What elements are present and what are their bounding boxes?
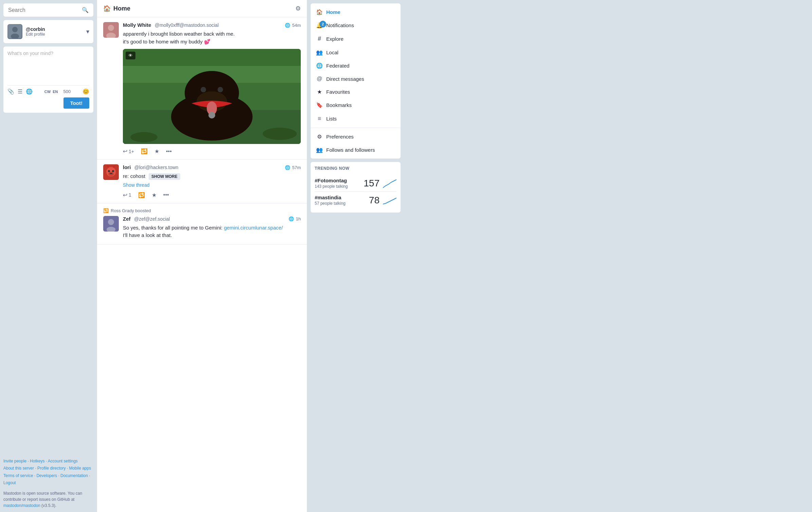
nav-item-favourites[interactable]: ★ Favourites <box>311 85 401 98</box>
nav-item-dm[interactable]: @ Direct messages <box>311 72 401 85</box>
developers-link[interactable]: Developers <box>36 473 57 478</box>
profile-directory-link[interactable]: Profile directory <box>37 466 66 471</box>
feed-header: 🏠 Home ⚙ <box>97 0 307 17</box>
nav-item-local[interactable]: 👥 Local <box>311 46 401 59</box>
post-time: 54m <box>292 23 301 28</box>
federated-nav-icon: 🌐 <box>316 62 323 69</box>
avatar-image <box>7 24 22 39</box>
reply-icon-lori: ↩ <box>123 192 127 198</box>
profile-dropdown-chevron[interactable]: ▾ <box>86 28 89 35</box>
reply-count: 1+ <box>129 149 134 154</box>
trending-tag-2: #mastindia <box>315 195 366 200</box>
svg-point-1 <box>12 27 18 32</box>
boost-action[interactable]: 🔁 <box>141 148 148 154</box>
terms-link[interactable]: Terms of service <box>3 473 33 478</box>
nav-section-main: 🏠 Home 🔔 2 Notifications # Explore 👥 Loc… <box>311 3 401 159</box>
nav-item-lists[interactable]: ≡ Lists <box>311 112 401 126</box>
hotkeys-link[interactable]: Hotkeys <box>30 459 44 463</box>
svg-point-23 <box>112 170 114 172</box>
nav-item-explore[interactable]: # Explore <box>311 32 401 46</box>
attach-icon[interactable]: 📎 <box>7 88 14 95</box>
post-handle: @molly0xfff@mastodon.social <box>155 22 219 28</box>
toot-button-wrapper: Toot! <box>7 97 89 109</box>
compose-textarea[interactable] <box>7 51 89 81</box>
post-header: Molly White @molly0xfff@mastodon.social … <box>103 22 301 154</box>
post-text-zef2: I'll have a look at that. <box>123 232 172 238</box>
fav-action[interactable]: ★ <box>154 148 159 154</box>
search-box[interactable]: 🔍 <box>3 3 93 17</box>
emoji-icon[interactable]: 😊 <box>82 88 89 95</box>
post-author-info: Molly White @molly0xfff@mastodon.social <box>123 22 219 28</box>
bookmarks-nav-icon: 🔖 <box>316 102 323 108</box>
post-author-name-zef: Zef <box>123 216 131 222</box>
nav-item-follows[interactable]: 👥 Follows and followers <box>311 143 401 157</box>
reply-action-lori[interactable]: ↩ 1 <box>123 192 131 198</box>
github-link[interactable]: mastodon/mastodon <box>3 503 40 508</box>
nav-item-federated[interactable]: 🌐 Federated <box>311 59 401 72</box>
logout-link[interactable]: Logout <box>3 480 16 485</box>
profile-section: @corbin Edit profile ▾ <box>3 20 93 43</box>
en-badge[interactable]: EN <box>53 90 58 94</box>
compose-badges: CW EN <box>44 90 58 94</box>
post-avatar-zef[interactable] <box>103 216 119 232</box>
post-avatar-molly[interactable] <box>103 22 119 38</box>
account-settings-link[interactable]: Account settings <box>48 459 78 463</box>
globe-zef-icon: 🌐 <box>289 216 294 221</box>
nav-item-notifications[interactable]: 🔔 2 Notifications <box>311 19 401 32</box>
globe-icon[interactable]: 🌐 <box>26 88 33 95</box>
post-author-line-zef: Zef @zef@zef.social 🌐 1h <box>123 216 301 222</box>
svg-point-27 <box>110 173 111 174</box>
post-avatar-lori[interactable] <box>103 164 119 180</box>
fav-action-lori[interactable]: ★ <box>152 192 156 198</box>
boost-action-lori[interactable]: 🔁 <box>138 192 145 198</box>
footer-links: Invite people · Hotkeys · Account settin… <box>3 458 93 487</box>
sensitive-overlay[interactable]: 👁 <box>126 52 135 59</box>
post-header-zef: Zef @zef@zef.social 🌐 1h So yes, thanks … <box>103 216 301 239</box>
cw-badge[interactable]: CW <box>44 90 51 94</box>
reply-action[interactable]: ↩ 1+ <box>123 148 134 154</box>
show-more-button[interactable]: SHOW MORE <box>149 173 180 180</box>
about-server-link[interactable]: About this server <box>3 466 34 471</box>
nav-item-preferences[interactable]: ⚙ Preferences <box>311 130 401 143</box>
formatting-icon[interactable]: ☰ <box>18 88 22 95</box>
toot-button[interactable]: Toot! <box>63 97 89 109</box>
version-text: (v3.5.3). <box>41 503 56 508</box>
post-author-line-lori: lori @lori@hackers.town 🌐 57m <box>123 164 301 170</box>
mobile-apps-link[interactable]: Mobile apps <box>69 466 91 471</box>
compose-box: 📎 ☰ 🌐 CW EN 500 😊 Toot! <box>3 47 93 113</box>
gemini-link[interactable]: gemini.circumlunar.space/ <box>224 225 283 231</box>
invite-people-link[interactable]: Invite people <box>3 459 26 463</box>
boost-notice-icon: 🔁 <box>103 208 109 213</box>
svg-point-18 <box>130 132 158 142</box>
explore-nav-icon: # <box>316 35 323 42</box>
more-action-lori[interactable]: ••• <box>163 192 169 198</box>
nav-item-home[interactable]: 🏠 Home <box>311 5 401 19</box>
trending-item-mastindia[interactable]: #mastindia 57 people talking 78 <box>315 192 396 208</box>
main-feed: 🏠 Home ⚙ Molly White @molly0xfff@mastodo… <box>97 0 307 512</box>
post-author-line: Molly White @molly0xfff@mastodon.social … <box>123 22 301 28</box>
post-zef: 🔁 Ross Grady boosted Zef @zef@zef.social <box>97 203 307 244</box>
boost-icon: 🔁 <box>141 148 148 154</box>
more-action[interactable]: ••• <box>166 148 172 154</box>
profile-edit-label[interactable]: Edit profile <box>26 32 45 37</box>
trending-item-fotomontag[interactable]: #Fotomontag 143 people talking 157 <box>315 175 396 192</box>
footer-text: Mastodon is open source software. You ca… <box>3 490 93 509</box>
search-input[interactable] <box>8 7 82 13</box>
trending-title: TRENDING NOW <box>315 166 396 171</box>
post-handle-lori: @lori@hackers.town <box>134 165 179 170</box>
filter-icon[interactable]: ⚙ <box>295 5 301 12</box>
svg-point-4 <box>108 25 114 31</box>
nav-label-home: Home <box>326 9 340 15</box>
nav-label-dm: Direct messages <box>326 76 364 82</box>
trending-people: 143 people talking <box>315 184 360 189</box>
nav-label-follows: Follows and followers <box>326 147 375 153</box>
post-actions-molly: ↩ 1+ 🔁 ★ ••• <box>123 148 301 154</box>
nav-item-bookmarks[interactable]: 🔖 Bookmarks <box>311 98 401 112</box>
trending-count-2: 78 <box>369 195 380 206</box>
preferences-nav-icon: ⚙ <box>316 133 323 140</box>
docs-link[interactable]: Documentation <box>60 473 88 478</box>
show-thread-link[interactable]: Show thread <box>123 182 301 188</box>
post-time-zef: 1h <box>296 216 301 221</box>
post-time-info-lori: 🌐 57m <box>285 165 301 170</box>
svg-point-26 <box>108 172 114 176</box>
